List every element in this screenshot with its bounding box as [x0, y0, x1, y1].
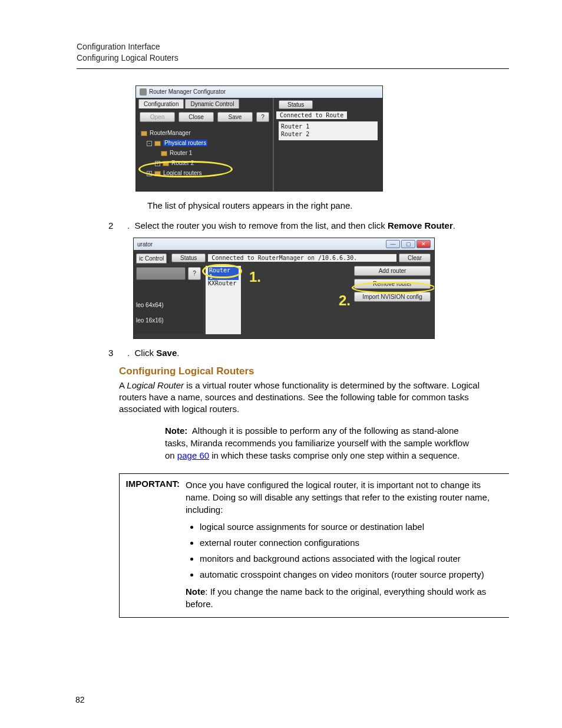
- list-item[interactable]: Router 1: [281, 123, 375, 130]
- folder-icon: [163, 161, 169, 166]
- routers-list[interactable]: Router 1 Router 2: [279, 121, 378, 140]
- collapse-icon[interactable]: -: [147, 141, 152, 146]
- maximize-icon[interactable]: ▢: [401, 240, 415, 248]
- list-item[interactable]: Router 2: [281, 130, 375, 138]
- screenshot-remove-router: urator — ▢ ✕ ic Control Status Connected…: [133, 238, 435, 339]
- window-title: Router Manager Configurator: [149, 88, 226, 95]
- tree-logical-routers[interactable]: +Logical routers: [141, 168, 268, 178]
- add-router-button[interactable]: Add router: [354, 266, 431, 276]
- list-item[interactable]: KXRouter: [208, 280, 239, 286]
- status-value: Connected to Route: [276, 111, 347, 119]
- list-item: automatic crosspoint changes on video mo…: [200, 568, 502, 581]
- tab-dynamic-control[interactable]: Dynamic Control: [185, 99, 239, 108]
- folder-icon: [154, 171, 161, 176]
- list-item[interactable]: leo 64x64): [136, 300, 201, 311]
- tree-router-2[interactable]: +Router 2: [141, 158, 268, 168]
- routers-list[interactable]: Router 1 KXRouter: [206, 266, 241, 334]
- list-item: logical source assignments for source or…: [200, 521, 502, 533]
- open-button[interactable]: Open: [140, 112, 175, 122]
- list-item: external router connection configuration…: [200, 536, 502, 549]
- tree-root[interactable]: RouterManager: [141, 128, 268, 138]
- step-3: 3. Click Save.: [119, 347, 509, 359]
- section-intro: A Logical Router is a virtual router who…: [119, 380, 509, 416]
- window-title-bar: urator — ▢ ✕: [134, 238, 434, 250]
- folder-icon: [161, 151, 167, 156]
- remove-router-button[interactable]: Remove router: [354, 279, 431, 289]
- import-nvision-button[interactable]: Import NVISION config: [354, 292, 431, 302]
- help-button[interactable]: ?: [188, 267, 201, 280]
- tab-dynamic-control-fragment[interactable]: ic Control: [136, 253, 167, 263]
- app-icon: [140, 88, 147, 95]
- help-button[interactable]: ?: [256, 112, 269, 122]
- tree-router-1[interactable]: Router 1: [141, 148, 268, 158]
- page-number: 82: [75, 695, 85, 704]
- close-icon[interactable]: ✕: [416, 240, 431, 248]
- section-heading: Configuring Logical Routers: [119, 365, 509, 377]
- status-label: Status: [279, 100, 313, 109]
- screenshot-router-manager-configurator: Router Manager Configurator Configuratio…: [135, 85, 383, 192]
- window-title-fragment: urator: [137, 241, 153, 248]
- tree-physical-routers[interactable]: -Physical routers: [141, 138, 268, 148]
- expand-icon[interactable]: +: [155, 161, 160, 166]
- status-value: Connected to RouterManager on /10.6.6.30…: [208, 254, 396, 262]
- save-button[interactable]: Save: [217, 112, 253, 122]
- note-block: Note: Although it is possible to perform…: [165, 424, 476, 462]
- nav-tree: RouterManager -Physical routers Router 1…: [136, 126, 273, 180]
- list-item[interactable]: leo 16x16): [136, 315, 201, 326]
- important-note: Note: If you change the name back to the…: [186, 585, 502, 610]
- page-link[interactable]: page 60: [177, 450, 209, 460]
- close-button[interactable]: Close: [178, 112, 214, 122]
- expand-icon[interactable]: +: [147, 171, 152, 176]
- folder-icon: [154, 141, 161, 146]
- left-panel: ? leo 64x64) leo 16x16): [134, 266, 203, 334]
- folder-icon: [141, 131, 147, 136]
- list-item: monitors and background actions associat…: [200, 552, 502, 565]
- disabled-button: [136, 267, 186, 280]
- minimize-icon[interactable]: —: [386, 240, 400, 248]
- step-2: 2. Select the router you wish to remove …: [119, 220, 509, 232]
- header-rule: [77, 68, 509, 69]
- header-line1: Configuration Interface: [77, 41, 509, 52]
- tab-configuration[interactable]: Configuration: [138, 99, 184, 108]
- important-box: IMPORTANT: Once you have configured the …: [119, 473, 509, 618]
- important-intro: Once you have configured the logical rou…: [186, 479, 502, 516]
- status-label: Status: [171, 253, 206, 262]
- body-text: The list of physical routers appears in …: [147, 200, 509, 212]
- important-list: logical source assignments for source or…: [200, 521, 502, 581]
- important-label: IMPORTANT:: [120, 474, 183, 617]
- header-line2: Configuring Logical Routers: [77, 52, 509, 64]
- window-title-bar: Router Manager Configurator: [136, 86, 382, 98]
- clear-button[interactable]: Clear: [399, 253, 431, 262]
- list-item-selected[interactable]: Router 1: [208, 267, 239, 280]
